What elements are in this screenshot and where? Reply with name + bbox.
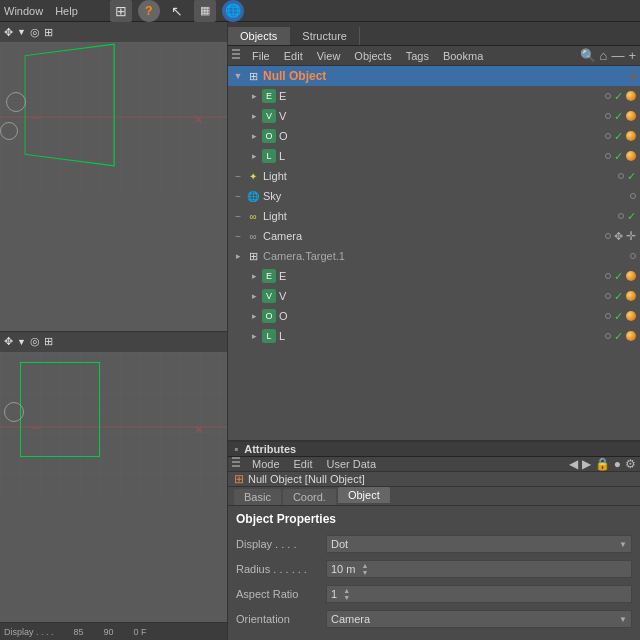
e1-status: ✓: [520, 90, 640, 103]
prop-display-value[interactable]: Dot: [326, 535, 632, 553]
icon-null: ⊞: [246, 69, 260, 83]
vp-down-icon-b[interactable]: ▼: [17, 337, 26, 347]
toolbar-cursor-icon[interactable]: ↖: [166, 0, 188, 22]
tree-row-v1[interactable]: ▸ V V ✓: [228, 106, 640, 126]
circle-object: [6, 92, 26, 112]
search-icon[interactable]: 🔍: [580, 48, 596, 63]
tree-row-l1[interactable]: ▸ L L ✓: [228, 146, 640, 166]
tab-object[interactable]: Object: [338, 487, 390, 505]
vp-grid-icon-b[interactable]: ⊞: [44, 335, 53, 348]
tree-row-o2[interactable]: ▸ O O ✓: [228, 306, 640, 326]
prop-display: Display . . . . Dot: [236, 534, 632, 554]
tree-row-light1[interactable]: – ✦ Light ✓: [228, 166, 640, 186]
prop-aspect-label: Aspect Ratio: [236, 588, 326, 600]
vp-move-icon-b[interactable]: ✥: [4, 335, 13, 348]
attr-menu-edit[interactable]: Edit: [288, 458, 319, 470]
tree-row-sky[interactable]: – 🌐 Sky: [228, 186, 640, 206]
viewport-top-toolbar: ✥ ▼ ◎ ⊞: [0, 22, 227, 42]
attr-nav-icons: ◀ ▶ 🔒 ● ⚙: [569, 457, 636, 471]
toolbar-help-icon[interactable]: ?: [138, 0, 160, 22]
tree-row-camera-target[interactable]: ▸ ⊞ Camera.Target.1: [228, 246, 640, 266]
toolbar-globe-icon[interactable]: 🌐: [222, 0, 244, 22]
e2-status: ✓: [520, 270, 640, 283]
expand-o1: ▸: [248, 130, 260, 142]
v1-name: V: [279, 110, 520, 122]
tab-objects[interactable]: Objects: [228, 27, 290, 45]
icon-geo-v1: V: [262, 109, 276, 123]
tab-basic[interactable]: Basic: [234, 489, 281, 505]
dot-camera-target: [630, 253, 636, 259]
objects-menu-tags[interactable]: Tags: [400, 50, 435, 62]
tree-row-o1[interactable]: ▸ O O ✓: [228, 126, 640, 146]
prop-aspect: Aspect Ratio 1 ▲ ▼: [236, 584, 632, 604]
objects-menu-bookma[interactable]: Bookma: [437, 50, 489, 62]
expand-camera: –: [232, 230, 244, 242]
menu-help[interactable]: Help: [55, 5, 78, 17]
icon-geo-l1: L: [262, 149, 276, 163]
ruler-bottom: Display . . . . 85 90 0 F: [0, 622, 227, 640]
tree-row-l2[interactable]: ▸ L L ✓: [228, 326, 640, 346]
menu-window[interactable]: Window: [4, 5, 43, 17]
attributes-menubar: Mode Edit User Data ◀ ▶ 🔒 ● ⚙: [228, 457, 640, 472]
expand-l1: ▸: [248, 150, 260, 162]
plus-icon[interactable]: +: [628, 48, 636, 63]
status-dot-0: [630, 73, 636, 79]
attributes-title: Attributes: [244, 443, 296, 455]
expand-v1: ▸: [248, 110, 260, 122]
tree-row-light2[interactable]: – ∞ Light ✓: [228, 206, 640, 226]
aspect-spinner[interactable]: ▲ ▼: [343, 587, 350, 601]
objects-panel-tabs: Objects Structure: [228, 22, 640, 46]
tree-row-null-object[interactable]: ▼ ⊞ Null Object: [228, 66, 640, 86]
tree-row-e1[interactable]: ▸ E E ✓: [228, 86, 640, 106]
properties-title: Object Properties: [236, 512, 632, 526]
prop-orientation-value[interactable]: Camera: [326, 610, 632, 628]
vp-grid-icon[interactable]: ⊞: [44, 26, 53, 39]
window-menubar: Window Help ⊞ ? ↖ ▦ 🌐: [0, 0, 640, 22]
vp-move-icon[interactable]: ✥: [4, 26, 13, 39]
toolbar-calc-icon[interactable]: ▦: [194, 0, 216, 22]
attr-menu-userdata[interactable]: User Data: [321, 458, 383, 470]
sky-status: [520, 193, 640, 199]
vp-circle-icon[interactable]: ◎: [30, 26, 40, 39]
minus-icon[interactable]: —: [611, 48, 624, 63]
svg-text:×: ×: [195, 422, 203, 437]
check-v1: ✓: [614, 110, 623, 123]
expand-e2: ▸: [248, 270, 260, 282]
home-icon[interactable]: ⌂: [600, 48, 608, 63]
prop-radius-label: Radius . . . . . .: [236, 563, 326, 575]
lock-icon[interactable]: 🔒: [595, 457, 610, 471]
camera-status: ✥ ✛: [520, 229, 640, 243]
green-wireframe-shape: [25, 44, 115, 167]
tree-row-v2[interactable]: ▸ V V ✓: [228, 286, 640, 306]
objects-menu-edit[interactable]: Edit: [278, 50, 309, 62]
vp-circle-icon-b[interactable]: ◎: [30, 335, 40, 348]
null-status: [520, 73, 640, 79]
objects-menu-file[interactable]: File: [246, 50, 276, 62]
orange-v2: [626, 291, 636, 301]
orange-e2: [626, 271, 636, 281]
tab-coord[interactable]: Coord.: [283, 489, 336, 505]
objects-menu-view[interactable]: View: [311, 50, 347, 62]
tab-structure[interactable]: Structure: [290, 27, 360, 45]
l1-status: ✓: [520, 150, 640, 163]
dot-v1: [605, 113, 611, 119]
tree-row-camera[interactable]: – ∞ Camera ✥ ✛: [228, 226, 640, 246]
dot-light2: [618, 213, 624, 219]
attr-menu-mode[interactable]: Mode: [246, 458, 286, 470]
light2-status: ✓: [520, 210, 640, 223]
radius-spinner[interactable]: ▲ ▼: [361, 562, 368, 576]
compass-icon: ✛: [626, 229, 636, 243]
prop-radius-value[interactable]: 10 m ▲ ▼: [326, 560, 632, 578]
prop-aspect-value[interactable]: 1 ▲ ▼: [326, 585, 632, 603]
toolbar-grid-icon[interactable]: ⊞: [110, 0, 132, 22]
record-icon[interactable]: ●: [614, 457, 621, 471]
arrow-right-icon[interactable]: ▶: [582, 457, 591, 471]
ruler-90: 90: [104, 627, 114, 637]
attr-object-bar: ⊞ Null Object [Null Object]: [228, 472, 640, 487]
settings-icon[interactable]: ⚙: [625, 457, 636, 471]
tree-row-e2[interactable]: ▸ E E ✓: [228, 266, 640, 286]
arrow-left-icon[interactable]: ◀: [569, 457, 578, 471]
vp-down-icon[interactable]: ▼: [17, 27, 26, 37]
objects-menu-objects[interactable]: Objects: [348, 50, 397, 62]
icon-light1: ✦: [246, 169, 260, 183]
